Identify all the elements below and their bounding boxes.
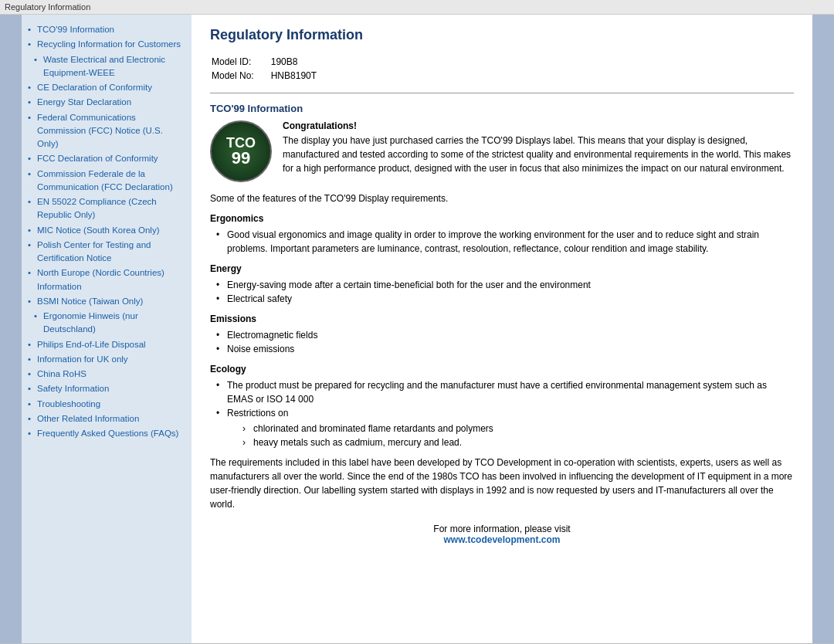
ecology-sub-list: chlorinated and brominated flame retarda…	[227, 422, 794, 449]
sidebar-item-commission-federale[interactable]: Commission Federale de la Communication …	[28, 167, 185, 195]
tco-logo-text: TCO99	[226, 136, 256, 167]
footer-link[interactable]: www.tcodevelopment.com	[444, 534, 561, 545]
ecology-sub-item-2: heavy metals such as cadmium, mercury an…	[242, 436, 794, 449]
sidebar-item-other[interactable]: Other Related Information	[28, 412, 185, 426]
sidebar-item-ce[interactable]: CE Declaration of Conformity	[28, 80, 185, 95]
sidebar: TCO'99 Information Recycling Information…	[22, 15, 192, 643]
divider	[210, 93, 794, 93]
sidebar-item-troubleshooting[interactable]: Troubleshooting	[28, 397, 185, 412]
ergonomics-item-1: Good visual ergonomics and image quality…	[216, 228, 794, 256]
tco-logo: TCO99	[210, 120, 272, 182]
left-accent	[0, 15, 22, 643]
ecology-item-2: Restrictions on chlorinated and brominat…	[216, 406, 794, 449]
title-bar-label: Regulatory Information	[5, 2, 90, 12]
footer-text: For more information, please visit	[433, 524, 570, 534]
sidebar-item-polish[interactable]: Polish Center for Testing and Certificat…	[28, 238, 185, 266]
sidebar-item-bsmi[interactable]: BSMI Notice (Taiwan Only)	[28, 294, 185, 309]
sidebar-item-disposal[interactable]: Philips End-of-Life Disposal	[28, 337, 185, 352]
sidebar-item-weee[interactable]: Waste Electrical and Electronic Equipmen…	[28, 53, 185, 81]
emissions-list: Electromagnetic fields Noise emissions	[210, 328, 794, 356]
sidebar-item-nordic[interactable]: North Europe (Nordic Countries) Informat…	[28, 266, 185, 294]
model-no-value: HNB8190T	[271, 69, 332, 82]
sidebar-item-china-rohs[interactable]: China RoHS	[28, 367, 185, 381]
congrats-text: The display you have just purchased carr…	[283, 134, 794, 175]
features-intro: Some of the features of the TCO'99 Displ…	[210, 192, 794, 205]
closing-text: The requirements included in this label …	[210, 456, 794, 511]
energy-heading: Energy	[210, 263, 794, 274]
sidebar-item-faq[interactable]: Frequently Asked Questions (FAQs)	[28, 426, 185, 441]
model-id-label: Model ID:	[212, 56, 270, 68]
footer-area: For more information, please visit www.t…	[210, 524, 794, 545]
sidebar-item-safety[interactable]: Safety Information	[28, 381, 185, 396]
model-no-label: Model No:	[212, 69, 270, 82]
tco-block: TCO99 Congratulations! The display you h…	[210, 120, 794, 182]
emissions-heading: Emissions	[210, 314, 794, 324]
ergonomics-heading: Ergonomics	[210, 213, 794, 224]
ergonomics-list: Good visual ergonomics and image quality…	[210, 228, 794, 256]
content-area: Regulatory Information Model ID: 190B8 M…	[192, 15, 812, 643]
ecology-item-1: The product must be prepared for recycli…	[216, 378, 794, 406]
energy-item-2: Electrical safety	[216, 292, 794, 306]
sidebar-item-uk[interactable]: Information for UK only	[28, 352, 185, 367]
tco-section-heading: TCO'99 Information	[210, 103, 794, 114]
model-id-value: 190B8	[271, 56, 332, 68]
title-bar: Regulatory Information	[0, 0, 834, 15]
sidebar-item-fcc-declaration[interactable]: FCC Declaration of Conformity	[28, 151, 185, 166]
emissions-item-1: Electromagnetic fields	[216, 328, 794, 342]
ecology-sub-item-1: chlorinated and brominated flame retarda…	[242, 422, 794, 436]
ecology-list: The product must be prepared for recycli…	[210, 378, 794, 449]
model-info-table: Model ID: 190B8 Model No: HNB8190T	[210, 54, 334, 83]
emissions-item-2: Noise emissions	[216, 342, 794, 356]
sidebar-item-recycling[interactable]: Recycling Information for Customers	[28, 37, 185, 52]
energy-list: Energy-saving mode after a certain time-…	[210, 278, 794, 306]
sidebar-item-tco99[interactable]: TCO'99 Information	[28, 22, 185, 37]
right-accent	[812, 15, 834, 643]
sidebar-item-ergonomie[interactable]: Ergonomie Hinweis (nur Deutschland)	[28, 309, 185, 337]
sidebar-item-en55022[interactable]: EN 55022 Compliance (Czech Republic Only…	[28, 195, 185, 223]
sidebar-item-energystar[interactable]: Energy Star Declaration	[28, 95, 185, 110]
page-title: Regulatory Information	[210, 27, 794, 43]
sidebar-item-mic[interactable]: MIC Notice (South Korea Only)	[28, 223, 185, 238]
ecology-heading: Ecology	[210, 364, 794, 375]
energy-item-1: Energy-saving mode after a certain time-…	[216, 278, 794, 292]
congrats-bold: Congratulations!	[283, 120, 794, 131]
tco-text-block: Congratulations! The display you have ju…	[283, 120, 794, 182]
sidebar-item-fcc[interactable]: Federal Communications Commission (FCC) …	[28, 110, 185, 152]
